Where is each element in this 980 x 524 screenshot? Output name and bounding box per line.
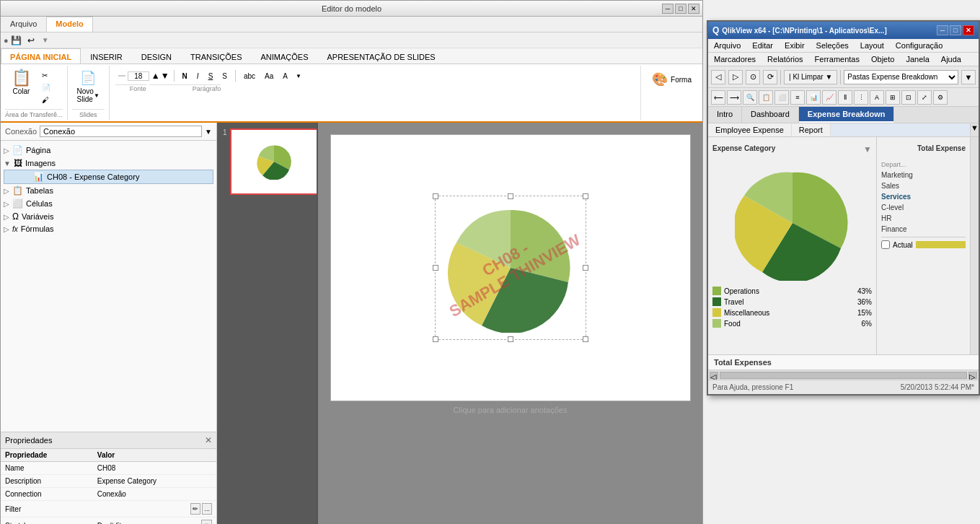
tree-item-variaveis[interactable]: ▷ Ω Variáveis bbox=[4, 210, 213, 223]
qlik-menu-selecoes[interactable]: Seleções bbox=[811, 39, 855, 52]
dept-item-sales[interactable]: Sales bbox=[881, 181, 966, 191]
qlik-tb2-btn13[interactable]: ⊡ bbox=[901, 90, 916, 105]
qlik-scrollbar[interactable] bbox=[970, 137, 979, 354]
dept-item-finance[interactable]: Finance bbox=[881, 224, 966, 234]
qlik-tab-dashboard[interactable]: Dashboard bbox=[742, 107, 799, 123]
dept-item-depart[interactable]: Depart... bbox=[881, 160, 966, 169]
qlik-tb-dropdown-btn[interactable]: ▼ bbox=[961, 70, 976, 84]
qlik-close-btn[interactable]: ✕ bbox=[963, 25, 974, 35]
qlik-tb-btn-3[interactable]: ⊙ bbox=[746, 70, 760, 84]
tree-item-imagens[interactable]: ▼ 🖼 Imagens bbox=[4, 157, 213, 170]
tree-item-formulas[interactable]: ▷ fx Fórmulas bbox=[4, 223, 213, 235]
hscroll-bar[interactable] bbox=[720, 372, 967, 379]
qlik-pastas-select[interactable]: Pastas Expense Breakdown bbox=[844, 70, 958, 84]
text-shadow-btn[interactable]: abc bbox=[240, 69, 259, 82]
filter-edit-btn[interactable]: ✏ bbox=[190, 503, 200, 515]
dept-item-hr[interactable]: HR bbox=[881, 214, 966, 223]
bold-btn[interactable]: N bbox=[179, 69, 191, 82]
toolbar-arrow-btn[interactable]: ▼ bbox=[42, 36, 49, 44]
tab-modelo[interactable]: Modelo bbox=[46, 17, 93, 32]
connection-dropdown-btn[interactable]: ▼ bbox=[205, 128, 212, 136]
resize-handle-ml[interactable] bbox=[433, 265, 438, 271]
filter-dropdown-icon[interactable]: ▼ bbox=[863, 144, 872, 154]
chart-in-slide[interactable]: CH08 -SAMPLE THINVIEW bbox=[435, 196, 586, 340]
qlik-subtab-report[interactable]: Report bbox=[792, 123, 831, 136]
slide-canvas[interactable]: CH08 -SAMPLE THINVIEW bbox=[330, 134, 691, 401]
qlik-menu-arquivo[interactable]: Arquivo bbox=[708, 39, 746, 52]
qlik-tb-btn-4[interactable]: ⟳ bbox=[763, 70, 777, 84]
qlik-subtab-employee[interactable]: Employee Expense bbox=[708, 123, 792, 136]
qlik-tb2-btn4[interactable]: 📋 bbox=[759, 90, 773, 105]
connection-input[interactable] bbox=[40, 126, 202, 137]
tree-item-celulas[interactable]: ▷ ⬜ Células bbox=[4, 197, 213, 210]
paste-btn[interactable]: 📋 Colar bbox=[5, 67, 37, 98]
hscroll-right-btn[interactable]: ▷ bbox=[968, 372, 977, 379]
qlik-menu-ferramentas[interactable]: Ferramentas bbox=[809, 53, 865, 66]
format-btn[interactable]: 🎨 Forma bbox=[647, 69, 697, 90]
copy-btn[interactable]: 📄 bbox=[39, 82, 53, 93]
qlik-menu-marcadores[interactable]: Marcadores bbox=[708, 53, 762, 66]
close-btn[interactable]: ✕ bbox=[688, 4, 699, 14]
font-size-input[interactable]: 18 bbox=[128, 71, 149, 81]
slide-thumb-1[interactable] bbox=[230, 128, 318, 195]
font-size-up-btn[interactable]: ▲ bbox=[151, 71, 160, 81]
qlik-tb2-btn12[interactable]: ⊞ bbox=[886, 90, 900, 105]
change-case-btn[interactable]: Aa bbox=[261, 69, 277, 82]
actual-checkbox[interactable] bbox=[881, 240, 890, 249]
dept-item-services[interactable]: Services bbox=[881, 192, 966, 201]
italic-btn[interactable]: I bbox=[193, 69, 203, 82]
qlik-tb2-btn7[interactable]: 📊 bbox=[806, 90, 821, 105]
format-painter-btn[interactable]: 🖌 bbox=[39, 95, 53, 105]
filter-more-btn[interactable]: ... bbox=[202, 503, 212, 515]
qlik-menu-exibir[interactable]: Exibir bbox=[779, 39, 811, 52]
resize-handle-tl[interactable] bbox=[433, 193, 438, 199]
ribbon-tab-inserir[interactable]: INSERIR bbox=[81, 48, 132, 64]
dept-item-marketing[interactable]: Marketing bbox=[881, 170, 966, 180]
ribbon-tab-inicio[interactable]: PÁGINA INICIAL bbox=[1, 48, 81, 64]
resize-handle-tm[interactable] bbox=[508, 193, 513, 199]
qlik-tb-btn-2[interactable]: ▷ bbox=[728, 70, 743, 84]
qlik-tb2-btn6[interactable]: ≡ bbox=[790, 90, 805, 105]
tree-item-tabelas[interactable]: ▷ 📋 Tabelas bbox=[4, 184, 213, 197]
ribbon-tab-animacoes[interactable]: ANIMAÇÕES bbox=[251, 48, 317, 64]
qlik-menu-relatorios[interactable]: Relatórios bbox=[762, 53, 809, 66]
resize-handle-mr[interactable] bbox=[583, 265, 588, 271]
qlik-limpar-btn[interactable]: | Kl Limpar ▼ bbox=[784, 70, 837, 84]
qlik-tb2-btn3[interactable]: 🔍 bbox=[743, 90, 757, 105]
tree-item-ch08[interactable]: 📊 CH08 - Expense Category bbox=[4, 170, 213, 184]
qlik-tb-btn-1[interactable]: ◁ bbox=[711, 70, 725, 84]
qlik-tb2-btn9[interactable]: Ⅱ bbox=[838, 90, 852, 105]
tree-item-pagina[interactable]: ▷ 📄 Página bbox=[4, 144, 213, 157]
ribbon-tab-transicoes[interactable]: TRANSIÇÕES bbox=[181, 48, 252, 64]
qlik-menu-objeto[interactable]: Objeto bbox=[865, 53, 900, 66]
resize-handle-bl[interactable] bbox=[433, 336, 438, 342]
qat-undo-btn[interactable]: ↩ bbox=[25, 34, 37, 47]
tab-arquivo[interactable]: Arquivo bbox=[1, 17, 46, 32]
resize-handle-br[interactable] bbox=[583, 336, 588, 342]
qlik-menu-janela[interactable]: Janela bbox=[900, 53, 935, 66]
font-color-arrow[interactable]: ▼ bbox=[292, 69, 305, 82]
qlik-tb2-btn10[interactable]: ⋮ bbox=[854, 90, 868, 105]
qlik-tab-expense[interactable]: Expense Breakdown bbox=[799, 107, 895, 123]
qlik-tb2-btn8[interactable]: 📈 bbox=[822, 90, 836, 105]
qlik-tb2-btn5[interactable]: ⬜ bbox=[774, 90, 789, 105]
qlik-tb2-btn2[interactable]: ⟶ bbox=[727, 90, 741, 105]
cut-btn[interactable]: ✂ bbox=[39, 70, 53, 81]
qlik-subtab-scroll-btn[interactable]: ▼ bbox=[970, 123, 979, 136]
ribbon-tab-apresentacao[interactable]: APRESENTAÇÃO DE SLIDES bbox=[318, 48, 445, 64]
qlik-tb2-btn11[interactable]: A bbox=[870, 90, 884, 105]
maximize-btn[interactable]: □ bbox=[675, 4, 687, 14]
resize-handle-tr[interactable] bbox=[583, 193, 588, 199]
font-size-down-btn[interactable]: ▼ bbox=[161, 71, 169, 81]
qlik-menu-configuracao[interactable]: Configuração bbox=[890, 39, 948, 52]
resize-handle-bm[interactable] bbox=[508, 336, 513, 342]
font-color-btn[interactable]: A bbox=[279, 69, 291, 82]
stretch-dropdown-btn[interactable]: ▼ bbox=[201, 520, 212, 524]
ribbon-tab-design[interactable]: DESIGN bbox=[132, 48, 181, 64]
qlik-menu-layout[interactable]: Layout bbox=[855, 39, 890, 52]
qlik-tb2-btn14[interactable]: ⤢ bbox=[917, 90, 932, 105]
qlik-tb2-btn15[interactable]: ⚙ bbox=[933, 90, 948, 105]
minimize-btn[interactable]: ─ bbox=[662, 4, 674, 14]
new-slide-btn[interactable]: 📄 NovoSlide ▼ bbox=[72, 67, 105, 106]
dept-item-clevel[interactable]: C-level bbox=[881, 203, 966, 212]
